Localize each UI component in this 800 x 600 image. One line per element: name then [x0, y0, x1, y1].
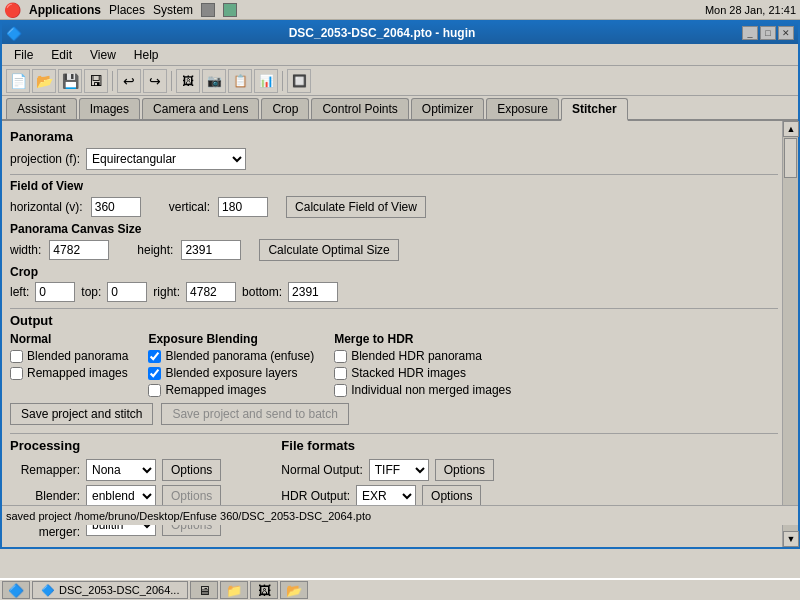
crop-right-input[interactable] [186, 282, 236, 302]
scrollbar-down[interactable]: ▼ [783, 531, 799, 547]
minimize-button[interactable]: _ [742, 26, 758, 40]
projection-select[interactable]: Equirectangular [86, 148, 246, 170]
blended-hdr-label: Blended HDR panorama [351, 349, 482, 363]
left-label: left: [10, 285, 29, 299]
blended-panorama-enfuse-label: Blended panorama (enfuse) [165, 349, 314, 363]
remapped-images2-checkbox[interactable] [148, 384, 161, 397]
crop-bottom-input[interactable] [288, 282, 338, 302]
individual-non-merged-checkbox[interactable] [334, 384, 347, 397]
tab-assistant[interactable]: Assistant [6, 98, 77, 119]
menu-view[interactable]: View [82, 46, 124, 64]
width-input[interactable] [49, 240, 109, 260]
panorama-section-title: Panorama [10, 129, 778, 144]
bottom-label: bottom: [242, 285, 282, 299]
calc-optimal-button[interactable]: Calculate Optimal Size [259, 239, 398, 261]
places-menu[interactable]: Places [109, 3, 145, 17]
save-stitch-button[interactable]: Save project and stitch [10, 403, 153, 425]
menu-help[interactable]: Help [126, 46, 167, 64]
hdr-output-select[interactable]: EXR [356, 485, 416, 507]
output-section-title: Output [10, 313, 778, 328]
save-batch-button[interactable]: Save project and send to batch [161, 403, 348, 425]
blended-panorama-enfuse-checkbox[interactable] [148, 350, 161, 363]
processing-section-title: Processing [10, 438, 221, 453]
remapped-images-label: Remapped images [27, 366, 128, 380]
blended-panorama-checkbox[interactable] [10, 350, 23, 363]
calc-fov-button[interactable]: Calculate Field of View [286, 196, 426, 218]
remapper-label: Remapper: [10, 463, 80, 477]
window-title: DSC_2053-DSC_2064.pto - hugin [22, 26, 742, 40]
canvas-section-title: Panorama Canvas Size [10, 222, 778, 236]
stacked-hdr-row[interactable]: Stacked HDR images [334, 366, 511, 380]
tab-stitcher[interactable]: Stitcher [561, 98, 628, 121]
hdr-output-options-button[interactable]: Options [422, 485, 481, 507]
tab-images[interactable]: Images [79, 98, 140, 119]
maximize-button[interactable]: □ [760, 26, 776, 40]
blended-exposure-layers-checkbox[interactable] [148, 367, 161, 380]
exposure-col-title: Exposure Blending [148, 332, 314, 346]
height-label: height: [137, 243, 173, 257]
remapped-images2-label: Remapped images [165, 383, 266, 397]
toolbar-open[interactable]: 📂 [32, 69, 56, 93]
normal-output-options-button[interactable]: Options [435, 459, 494, 481]
menu-file[interactable]: File [6, 46, 41, 64]
crop-top-input[interactable] [107, 282, 147, 302]
merge-hdr-title: Merge to HDR [334, 332, 511, 346]
tab-crop[interactable]: Crop [261, 98, 309, 119]
taskbar-icon-5[interactable]: 📂 [280, 581, 308, 599]
stacked-hdr-checkbox[interactable] [334, 367, 347, 380]
blended-panorama-label: Blended panorama [27, 349, 128, 363]
top-label: top: [81, 285, 101, 299]
tab-control-points[interactable]: Control Points [311, 98, 408, 119]
taskbar-icon-2[interactable]: 🖥 [190, 581, 218, 599]
normal-output-select[interactable]: TIFF [369, 459, 429, 481]
close-button[interactable]: ✕ [778, 26, 794, 40]
file-formats-section-title: File formats [281, 438, 494, 453]
toolbar-new[interactable]: 📄 [6, 69, 30, 93]
hdr-output-label: HDR Output: [281, 489, 350, 503]
system-menu[interactable]: System [153, 3, 193, 17]
tab-optimizer[interactable]: Optimizer [411, 98, 484, 119]
taskbar-hugin[interactable]: 🔷 DSC_2053-DSC_2064... [32, 581, 188, 599]
individual-non-merged-label: Individual non merged images [351, 383, 511, 397]
toolbar-saveas[interactable]: 🖫 [84, 69, 108, 93]
toolbar-btn3[interactable]: 📋 [228, 69, 252, 93]
blended-exposure-layers-row[interactable]: Blended exposure layers [148, 366, 314, 380]
remapped-images-checkbox-row[interactable]: Remapped images [10, 366, 128, 380]
right-label: right: [153, 285, 180, 299]
toolbar-btn4[interactable]: 📊 [254, 69, 278, 93]
tab-camera-lens[interactable]: Camera and Lens [142, 98, 259, 119]
applications-menu[interactable]: Applications [29, 3, 101, 17]
vertical-label: vertical: [169, 200, 210, 214]
blended-hdr-row[interactable]: Blended HDR panorama [334, 349, 511, 363]
fov-section-title: Field of View [10, 179, 778, 193]
scrollbar-up[interactable]: ▲ [783, 121, 799, 137]
height-input[interactable] [181, 240, 241, 260]
width-label: width: [10, 243, 41, 257]
horizontal-input[interactable] [91, 197, 141, 217]
toolbar-btn1[interactable]: 🖼 [176, 69, 200, 93]
blender-options-button[interactable]: Options [162, 485, 221, 507]
blended-panorama-enfuse-row[interactable]: Blended panorama (enfuse) [148, 349, 314, 363]
stacked-hdr-label: Stacked HDR images [351, 366, 466, 380]
menu-edit[interactable]: Edit [43, 46, 80, 64]
toolbar-btn2[interactable]: 📷 [202, 69, 226, 93]
remapped-images-checkbox[interactable] [10, 367, 23, 380]
remapper-select[interactable]: Nona [86, 459, 156, 481]
toolbar-redo[interactable]: ↪ [143, 69, 167, 93]
toolbar-undo[interactable]: ↩ [117, 69, 141, 93]
blender-select[interactable]: enblend [86, 485, 156, 507]
blended-panorama-checkbox-row[interactable]: Blended panorama [10, 349, 128, 363]
remapped-images2-row[interactable]: Remapped images [148, 383, 314, 397]
blended-hdr-checkbox[interactable] [334, 350, 347, 363]
taskbar-icon-4[interactable]: 🖼 [250, 581, 278, 599]
remapper-options-button[interactable]: Options [162, 459, 221, 481]
system-time: Mon 28 Jan, 21:41 [705, 4, 796, 16]
toolbar-btn5[interactable]: 🔲 [287, 69, 311, 93]
vertical-input[interactable] [218, 197, 268, 217]
taskbar-icon-3[interactable]: 📁 [220, 581, 248, 599]
toolbar-save[interactable]: 💾 [58, 69, 82, 93]
taskbar-icon-1[interactable]: 🔷 [2, 581, 30, 599]
tab-exposure[interactable]: Exposure [486, 98, 559, 119]
individual-non-merged-row[interactable]: Individual non merged images [334, 383, 511, 397]
crop-left-input[interactable] [35, 282, 75, 302]
